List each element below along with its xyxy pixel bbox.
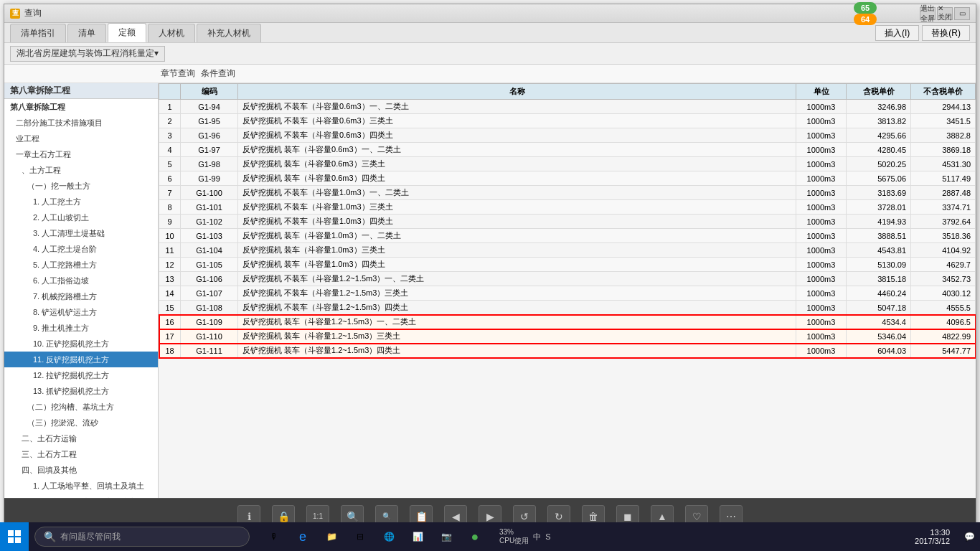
table-row[interactable]: 16G1-109反铲挖掘机 装车（斗容量1.2~1.5m3）一、二类土1000m… <box>159 315 976 329</box>
notification-btn[interactable]: 💬 <box>958 526 980 547</box>
tab-rencaiji[interactable]: 人材机 <box>148 24 195 42</box>
tree-item[interactable]: 12. 拉铲挖掘机挖土方 <box>4 367 158 383</box>
taskbar-sys: 33%CPU使用 中 S <box>494 528 556 545</box>
tree-item[interactable]: （二）挖沟槽、基坑土方 <box>4 399 158 415</box>
cell-unit: 1000m3 <box>796 272 847 286</box>
tab-buchong[interactable]: 补充人材机 <box>197 24 261 42</box>
tree-item[interactable]: 1. 人工场地平整、回填土及填土 <box>4 478 158 494</box>
cell-notax: 4030.12 <box>911 286 976 301</box>
tree-item[interactable]: 4. 人工挖土堤台阶 <box>4 241 158 257</box>
tree-item[interactable]: 2. 人工山坡切土 <box>4 209 158 225</box>
insert-button[interactable]: 插入(I) <box>875 25 919 41</box>
condition-query-label[interactable]: 条件查询 <box>201 67 235 80</box>
cell-unit: 1000m3 <box>796 301 847 315</box>
tree-item[interactable]: 三、土石方工程 <box>4 446 158 462</box>
tab-qingdan[interactable]: 清单 <box>67 24 106 42</box>
badge-64: 64 <box>854 14 877 25</box>
table-row[interactable]: 8G1-101反铲挖掘机 不装车（斗容量1.0m3）三类土1000m33728.… <box>159 200 976 215</box>
table-row[interactable]: 13G1-106反铲挖掘机 不装车（斗容量1.2~1.5m3）一、二类土1000… <box>159 272 976 286</box>
cell-name: 反铲挖掘机 装车（斗容量1.2~1.5m3）一、二类土 <box>238 315 796 329</box>
cell-unit: 1000m3 <box>796 229 847 243</box>
tree-item[interactable]: 6. 人工指俗边坡 <box>4 273 158 288</box>
tree-item[interactable]: 1. 人工挖土方 <box>4 194 158 209</box>
start-button[interactable] <box>0 522 29 551</box>
tree-item[interactable]: 9. 推土机推土方 <box>4 320 158 336</box>
taskbar-app-globe[interactable]: 🌐 <box>376 524 402 550</box>
cell-num: 10 <box>159 229 181 243</box>
tree-item[interactable]: 8. 铲运机铲运土方 <box>4 304 158 320</box>
cell-unit: 1000m3 <box>796 171 847 186</box>
table-area: 编码 名称 单位 含税单价 不含税单价 1G1-94反铲挖掘机 不装车（斗容量0… <box>159 83 976 498</box>
cell-name: 反铲挖掘机 装车（斗容量1.2~1.5m3）四类土 <box>238 344 796 358</box>
table-row[interactable]: 3G1-96反铲挖掘机 不装车（斗容量0.6m3）四类土1000m34295.6… <box>159 128 976 143</box>
cell-notax: 3882.8 <box>911 128 976 143</box>
cell-num: 3 <box>159 128 181 143</box>
tree-item[interactable]: 一章土石方工程 <box>4 146 158 162</box>
cell-code: G1-103 <box>181 229 238 243</box>
cell-notax: 2887.48 <box>911 186 976 200</box>
cell-tax: 4460.24 <box>847 286 911 301</box>
taskbar-app-green[interactable]: ● <box>462 524 488 550</box>
cell-name: 反铲挖掘机 不装车（斗容量1.0m3）一、二类土 <box>238 186 796 200</box>
replace-button[interactable]: 替换(R) <box>922 25 970 41</box>
tree-item[interactable]: 业工程 <box>4 131 158 146</box>
cell-unit: 1000m3 <box>796 344 847 358</box>
tree-item[interactable]: 二、土石方运输 <box>4 430 158 446</box>
restore-btn[interactable]: ▭ <box>954 7 970 20</box>
taskbar-app-edge[interactable]: e <box>290 524 316 550</box>
tree-item[interactable]: 、土方工程 <box>4 162 158 178</box>
cell-num: 15 <box>159 301 181 315</box>
tab-dinge[interactable]: 定额 <box>108 23 146 42</box>
tree-item[interactable]: （三）挖淤泥、流砂 <box>4 415 158 430</box>
table-row[interactable]: 9G1-102反铲挖掘机 不装车（斗容量1.0m3）四类土1000m34194.… <box>159 215 976 229</box>
cell-name: 反铲挖掘机 装车（斗容量1.2~1.5m3）三类土 <box>238 329 796 344</box>
cell-num: 18 <box>159 344 181 358</box>
cell-num: 11 <box>159 243 181 258</box>
cell-tax: 5346.04 <box>847 329 911 344</box>
cell-code: G1-106 <box>181 272 238 286</box>
taskbar-search[interactable]: 🔍 有问题尽管问我 <box>34 527 250 547</box>
tab-qingdan-zhiyin[interactable]: 清单指引 <box>10 24 66 42</box>
table-row[interactable]: 1G1-94反铲挖掘机 不装车（斗容量0.6m3）一、二类土1000m33246… <box>159 100 976 114</box>
tree-item[interactable]: 5. 人工挖路槽土方 <box>4 257 158 273</box>
cell-tax: 3888.51 <box>847 229 911 243</box>
cell-notax: 4096.5 <box>911 315 976 329</box>
tree-item[interactable]: 第八章拆除工程 <box>4 99 158 115</box>
cell-unit: 1000m3 <box>796 258 847 272</box>
table-body: 1G1-94反铲挖掘机 不装车（斗容量0.6m3）一、二类土1000m33246… <box>159 100 976 358</box>
tree-item[interactable]: 13. 抓铲挖掘机挖土方 <box>4 383 158 399</box>
tree-item[interactable]: 二部分施工技术措施项目 <box>4 115 158 131</box>
tree-item[interactable]: 四、回填及其他 <box>4 462 158 478</box>
table-row[interactable]: 7G1-100反铲挖掘机 不装车（斗容量1.0m3）一、二类土1000m3318… <box>159 186 976 200</box>
taskbar-app-cortana[interactable]: 🎙 <box>261 524 287 550</box>
table-row[interactable]: 12G1-105反铲挖掘机 装车（斗容量1.0m3）四类土1000m35130.… <box>159 258 976 272</box>
close-btn[interactable]: ✕ 关闭 <box>937 7 953 20</box>
tree-item[interactable]: 7. 机械挖路槽土方 <box>4 288 158 304</box>
exit-fullscreen-btn[interactable]: 退出全屏 <box>920 7 936 20</box>
tree-item[interactable]: 10. 正铲挖掘机挖土方 <box>4 336 158 352</box>
table-row[interactable]: 15G1-108反铲挖掘机 不装车（斗容量1.2~1.5m3）四类土1000m3… <box>159 301 976 315</box>
taskbar-app-chart[interactable]: 📊 <box>405 524 430 550</box>
cell-num: 17 <box>159 329 181 344</box>
taskbar-app-store[interactable]: ⊟ <box>347 524 373 550</box>
tree-item[interactable]: 2. 机械平整场地、原土（填土）碾 <box>4 494 158 498</box>
table-row[interactable]: 10G1-103反铲挖掘机 装车（斗容量1.0m3）一、二类土1000m3388… <box>159 229 976 243</box>
province-dropdown[interactable]: 湖北省房屋建筑与装饰工程消耗量定▾ <box>10 46 165 62</box>
table-row[interactable]: 4G1-97反铲挖掘机 装车（斗容量0.6m3）一、二类土1000m34280.… <box>159 143 976 157</box>
taskbar-app-photo[interactable]: 📷 <box>433 524 459 550</box>
tree-item[interactable]: （一）挖一般土方 <box>4 178 158 194</box>
table-row[interactable]: 2G1-95反铲挖掘机 不装车（斗容量0.6m3）三类土1000m33813.8… <box>159 114 976 128</box>
tree-item[interactable]: 3. 人工清理土堤基础 <box>4 225 158 241</box>
table-row[interactable]: 5G1-98反铲挖掘机 装车（斗容量0.6m3）三类土1000m35020.25… <box>159 157 976 171</box>
tree-item[interactable]: 11. 反铲挖掘机挖土方 <box>4 352 158 367</box>
chapter-query-label[interactable]: 章节查询 <box>161 67 195 80</box>
table-row[interactable]: 18G1-111反铲挖掘机 装车（斗容量1.2~1.5m3）四类土1000m36… <box>159 344 976 358</box>
table-row[interactable]: 6G1-99反铲挖掘机 装车（斗容量0.6m3）四类土1000m35675.06… <box>159 171 976 186</box>
table-scroll[interactable]: 编码 名称 单位 含税单价 不含税单价 1G1-94反铲挖掘机 不装车（斗容量0… <box>159 83 976 498</box>
table-row[interactable]: 11G1-104反铲挖掘机 装车（斗容量1.0m3）三类土1000m34543.… <box>159 243 976 258</box>
table-row[interactable]: 14G1-107反铲挖掘机 不装车（斗容量1.2~1.5m3）三类土1000m3… <box>159 286 976 301</box>
dropdown-toolbar: 湖北省房屋建筑与装饰工程消耗量定▾ <box>4 43 976 65</box>
table-row[interactable]: 17G1-110反铲挖掘机 装车（斗容量1.2~1.5m3）三类土1000m35… <box>159 329 976 344</box>
cell-num: 12 <box>159 258 181 272</box>
taskbar-app-files[interactable]: 📁 <box>319 524 344 550</box>
